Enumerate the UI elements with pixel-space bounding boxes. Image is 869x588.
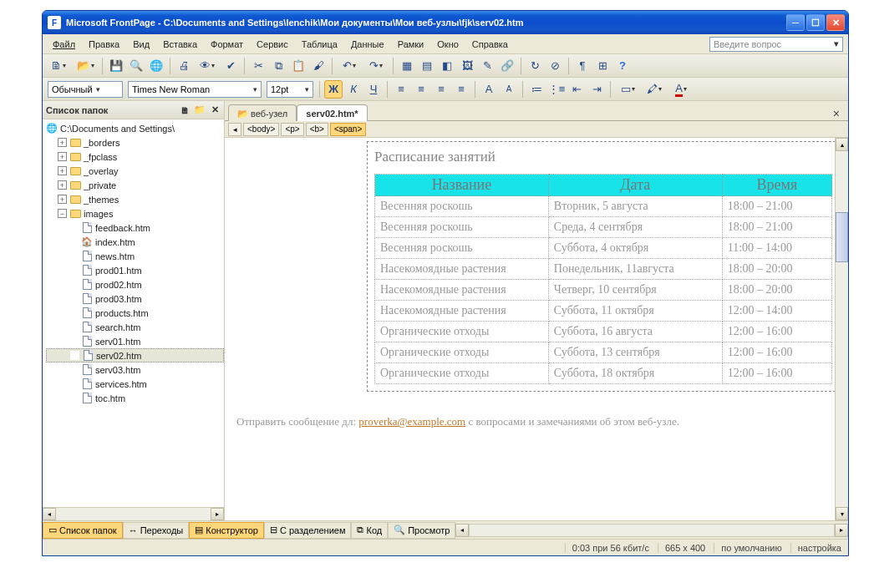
refresh-button[interactable]: ↻ [526, 57, 544, 75]
cell-name[interactable]: Весенняя роскошь [375, 196, 549, 217]
tree-folder[interactable]: +_overlay [46, 164, 224, 178]
align-justify-button[interactable]: ≡ [452, 80, 470, 99]
cut-button[interactable]: ✂ [249, 57, 267, 75]
document-viewport[interactable]: Расписание занятий Название Дата Время В… [225, 138, 848, 520]
view-code[interactable]: ⧉Код [351, 522, 388, 539]
tree-file[interactable]: news.htm [46, 249, 224, 263]
tree-file[interactable]: 🏠index.htm [46, 235, 224, 249]
highlight-button[interactable]: 🖍▾ [642, 80, 667, 99]
cell-time[interactable]: 18:00 – 20:00 [722, 280, 831, 301]
cell-date[interactable]: Суббота, 13 сентября [548, 342, 722, 363]
show-all-button[interactable]: ¶ [573, 57, 592, 75]
crumb-b[interactable]: <b> [306, 123, 328, 136]
expand-icon[interactable]: + [58, 138, 67, 147]
tree-file[interactable]: prod01.htm [46, 263, 224, 277]
table-row[interactable]: Весенняя роскошьСреда, 4 сентября18:00 –… [375, 217, 832, 238]
tree-file[interactable]: feedback.htm [46, 220, 224, 235]
new-button[interactable]: 🗎▾ [46, 57, 71, 75]
tree-folder[interactable]: −images [46, 206, 224, 220]
close-panel-button[interactable]: ✕ [209, 104, 221, 116]
menu-frames[interactable]: Рамки [393, 38, 429, 51]
expand-icon[interactable]: + [58, 180, 67, 190]
cell-time[interactable]: 18:00 – 21:00 [722, 217, 831, 238]
save-button[interactable]: 💾 [107, 57, 125, 75]
tree-file[interactable]: serv01.htm [46, 334, 224, 348]
cell-date[interactable]: Среда, 4 сентября [548, 217, 722, 238]
cell-name[interactable]: Органические отходы [375, 322, 549, 342]
layer-button[interactable]: ◧ [438, 57, 456, 75]
cell-name[interactable]: Насекомоядные растения [375, 280, 549, 301]
redo-button[interactable]: ↷▾ [363, 57, 389, 75]
tree-folder[interactable]: +_fpclass [46, 150, 224, 164]
tree-file[interactable]: serv03.htm [46, 362, 224, 377]
table-row[interactable]: Насекомоядные растенияЧетверг, 10 сентяб… [375, 280, 832, 301]
view-split[interactable]: ⊟С разделением [264, 522, 352, 539]
cell-time[interactable]: 12:00 – 14:00 [722, 301, 831, 322]
menu-insert[interactable]: Вставка [158, 38, 202, 51]
paste-button[interactable]: 📋 [289, 57, 307, 75]
cell-name[interactable]: Весенняя роскошь [375, 238, 549, 259]
cell-time[interactable]: 12:00 – 16:00 [722, 342, 831, 363]
menu-tools[interactable]: Сервис [252, 38, 293, 51]
minimize-button[interactable]: ─ [786, 14, 805, 31]
cell-date[interactable]: Понедельник, 11августа [548, 259, 722, 280]
new-page-icon[interactable]: 🗎 [179, 104, 191, 116]
menu-view[interactable]: Вид [128, 38, 155, 51]
cell-date[interactable]: Суббота, 11 октября [548, 301, 722, 322]
menu-data[interactable]: Данные [346, 38, 389, 51]
scroll-up-button[interactable]: ▴ [836, 138, 848, 151]
print-button[interactable]: 🖨 [175, 57, 193, 75]
bulleted-list-button[interactable]: ⋮≡ [547, 80, 566, 99]
spellcheck-button[interactable]: ✔ [221, 57, 240, 75]
table-row[interactable]: Насекомоядные растенияПонедельник, 11авг… [375, 259, 832, 280]
italic-button[interactable]: К [344, 80, 363, 99]
view-design[interactable]: ▤Конструктор [189, 522, 264, 539]
scroll-thumb[interactable] [836, 212, 848, 262]
table-row[interactable]: Весенняя роскошьВторник, 5 августа18:00 … [375, 196, 832, 217]
tree-folder[interactable]: +_private [46, 178, 224, 192]
editor-vscroll[interactable]: ▴ ▾ [835, 138, 848, 520]
cell-time[interactable]: 18:00 – 20:00 [722, 259, 831, 280]
view-folder-list[interactable]: ▭Список папок [43, 522, 123, 539]
underline-button[interactable]: Ч [364, 80, 383, 99]
tree-file[interactable]: toc.htm [46, 391, 224, 405]
menu-help[interactable]: Справка [467, 38, 513, 51]
font-color-button[interactable]: A▾ [668, 80, 694, 99]
format-painter-button[interactable]: 🖌 [309, 57, 328, 75]
document-body[interactable]: Расписание занятий Название Дата Время В… [225, 138, 848, 437]
tree-root[interactable]: 🌐 C:\Documents and Settings\ [46, 121, 224, 135]
font-combo[interactable]: Times New Roman▾ [128, 81, 262, 98]
tab-document[interactable]: serv02.htm* [297, 104, 367, 121]
cell-name[interactable]: Органические отходы [375, 342, 549, 363]
cell-time[interactable]: 12:00 – 16:00 [722, 363, 831, 384]
cell-date[interactable]: Суббота, 18 октября [548, 363, 722, 384]
copy-button[interactable]: ⧉ [269, 57, 287, 75]
table-row[interactable]: Органические отходыСуббота, 16 августа12… [375, 322, 832, 342]
show-layout-button[interactable]: ⊞ [593, 57, 612, 75]
hscroll-right-button[interactable]: ▸ [835, 524, 848, 537]
cell-name[interactable]: Весенняя роскошь [375, 217, 549, 238]
tree-file[interactable]: prod02.htm [46, 277, 224, 291]
preview-browser-button[interactable]: 👁▾ [195, 57, 220, 75]
open-button[interactable]: 📂▾ [73, 57, 98, 75]
cell-name[interactable]: Органические отходы [375, 363, 549, 384]
folder-tree[interactable]: 🌐 C:\Documents and Settings\ +_borders+_… [43, 119, 224, 507]
increase-font-button[interactable]: A [480, 80, 498, 99]
crumb-p[interactable]: <p> [281, 123, 303, 136]
maximize-button[interactable]: ☐ [806, 14, 825, 31]
undo-button[interactable]: ↶▾ [337, 57, 362, 75]
size-combo[interactable]: 12pt▾ [267, 81, 313, 98]
panel-hscroll[interactable]: ◂ ▸ [43, 507, 224, 520]
cell-time[interactable]: 18:00 – 21:00 [722, 196, 831, 217]
cell-name[interactable]: Насекомоядные растения [375, 301, 549, 322]
crumb-prev-button[interactable]: ◂ [228, 123, 241, 136]
cell-date[interactable]: Суббота, 16 августа [548, 322, 722, 342]
expand-icon[interactable]: + [58, 166, 67, 175]
expand-icon[interactable]: + [58, 195, 67, 204]
help-button[interactable]: ? [613, 57, 632, 75]
help-search-input[interactable]: Введите вопрос ▾ [709, 37, 843, 52]
decrease-indent-button[interactable]: ⇤ [567, 80, 586, 99]
menu-window[interactable]: Окно [432, 38, 464, 51]
align-right-button[interactable]: ≡ [432, 80, 450, 99]
numbered-list-button[interactable]: ≔ [527, 80, 546, 99]
